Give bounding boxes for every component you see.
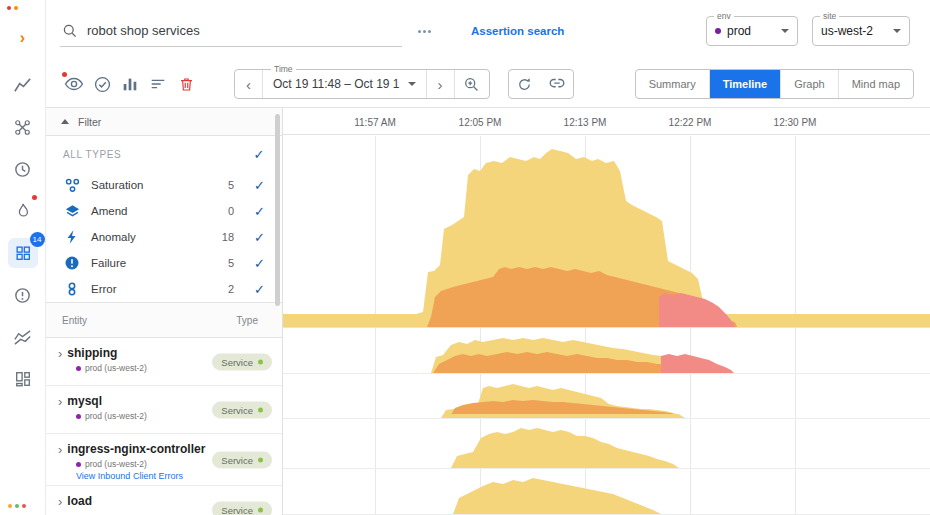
env-color-dot xyxy=(715,28,721,34)
orange-dot xyxy=(14,6,18,10)
watch-eye-button[interactable] xyxy=(60,70,88,98)
tab-graph[interactable]: Graph xyxy=(781,70,839,98)
tab-summary[interactable]: Summary xyxy=(636,70,710,98)
expand-chevron-icon[interactable]: › xyxy=(58,347,62,360)
check-icon[interactable]: ✓ xyxy=(254,204,265,219)
failure-alert-icon xyxy=(63,254,81,272)
entity-row-shipping[interactable]: › shipping prod (us-west-2) Service xyxy=(46,338,282,386)
incidents-flame-icon[interactable] xyxy=(8,196,38,226)
check-icon[interactable]: ✓ xyxy=(254,282,265,297)
time-zoom-button[interactable] xyxy=(455,70,489,98)
sort-button[interactable] xyxy=(144,70,172,98)
slo-clock-icon[interactable] xyxy=(8,154,38,184)
filter-title: Filter xyxy=(78,116,101,128)
entity-chart-shipping[interactable] xyxy=(283,328,930,374)
saturation-icon xyxy=(63,176,81,194)
status-dots xyxy=(8,504,26,508)
env-dot xyxy=(76,462,81,467)
check-icon[interactable]: ✓ xyxy=(254,178,265,193)
expand-chevron-icon[interactable]: › xyxy=(58,443,62,456)
expand-rail-icon[interactable]: › xyxy=(20,30,25,46)
dashboards-icon[interactable] xyxy=(8,364,38,394)
time-forward-button[interactable]: › xyxy=(427,70,455,98)
expand-chevron-icon[interactable]: › xyxy=(58,495,62,508)
env-select[interactable]: env prod xyxy=(706,16,798,46)
filter-item-anomaly[interactable]: Anomaly 18 ✓ xyxy=(46,224,282,250)
chevron-down-icon xyxy=(408,82,416,86)
entity-type-label: Service xyxy=(221,454,253,465)
summary-timeline-chart[interactable] xyxy=(283,135,930,328)
error-chain-icon xyxy=(63,280,81,298)
filter-item-count: 2 xyxy=(228,283,234,295)
filter-item-error[interactable]: Error 2 ✓ xyxy=(46,276,282,302)
filter-collapse-header[interactable]: Filter xyxy=(46,108,282,136)
entity-row-mysql[interactable]: › mysql prod (us-west-2) Service xyxy=(46,386,282,434)
topology-icon[interactable] xyxy=(8,112,38,142)
entity-type-badge: Service xyxy=(212,353,272,370)
all-types-row[interactable]: ALL TYPES ✓ xyxy=(46,136,282,172)
entity-chart-mysql[interactable] xyxy=(283,374,930,420)
entity-row-load[interactable]: › load Service xyxy=(46,486,282,515)
entity-name: ingress-nginx-controller xyxy=(67,442,205,456)
check-icon[interactable]: ✓ xyxy=(254,256,265,271)
entity-name: load xyxy=(67,494,92,508)
search-more-icon[interactable] xyxy=(418,30,431,33)
red-dot xyxy=(7,6,11,10)
time-range-label: Time xyxy=(271,64,296,74)
metrics-icon[interactable] xyxy=(8,70,38,100)
incident-notification-dot xyxy=(32,195,37,200)
left-rail: › 14 xyxy=(0,0,46,515)
refresh-button[interactable] xyxy=(509,70,541,98)
verified-button[interactable] xyxy=(88,70,116,98)
entity-name: shipping xyxy=(67,346,117,360)
time-range-value[interactable]: Oct 19 11:48 – Oct 19 1 xyxy=(263,70,427,98)
chevron-up-icon xyxy=(61,119,69,124)
anomaly-bolt-icon xyxy=(63,228,81,246)
timeline-panel: 11:57 AM12:05 PM12:13 PM12:22 PM12:30 PM xyxy=(283,108,930,515)
view-inbound-client-errors-link[interactable]: View Inbound Client Errors xyxy=(76,471,272,481)
green-dot xyxy=(15,504,19,508)
filter-item-saturation[interactable]: Saturation 5 ✓ xyxy=(46,172,282,198)
site-select[interactable]: site us-west-2 xyxy=(812,16,910,46)
entity-row-ingress-nginx-controller[interactable]: › ingress-nginx-controller prod (us-west… xyxy=(46,434,282,486)
entity-chart-load[interactable] xyxy=(283,469,930,515)
amend-layers-icon xyxy=(63,202,81,220)
workbench-icon[interactable]: 14 xyxy=(8,238,38,268)
check-icon[interactable]: ✓ xyxy=(254,147,266,162)
env-dot xyxy=(76,414,81,419)
assertion-search-link[interactable]: Assertion search xyxy=(471,25,564,37)
filter-item-count: 5 xyxy=(228,257,234,269)
time-back-button[interactable]: ‹ xyxy=(235,70,263,98)
entity-chart-ingress-nginx-controller[interactable] xyxy=(283,419,930,469)
entity-type-badge: Service xyxy=(212,451,272,468)
scrollbar-thumb[interactable] xyxy=(275,114,280,306)
entity-env: prod (us-west-2) xyxy=(85,363,147,373)
tab-mindmap[interactable]: Mind map xyxy=(839,70,913,98)
trends-icon[interactable] xyxy=(8,322,38,352)
filter-panel: Filter ALL TYPES ✓ Saturation 5 ✓ xyxy=(46,108,283,515)
filter-item-amend[interactable]: Amend 0 ✓ xyxy=(46,198,282,224)
share-link-button[interactable] xyxy=(541,70,573,98)
header: robot shop services Assertion search env… xyxy=(46,0,930,108)
tab-timeline[interactable]: Timeline xyxy=(710,70,781,98)
filter-item-failure[interactable]: Failure 5 ✓ xyxy=(46,250,282,276)
alerts-icon[interactable] xyxy=(8,280,38,310)
yellow-dot xyxy=(8,504,12,508)
filter-item-label: Error xyxy=(91,283,117,295)
search-input[interactable]: robot shop services xyxy=(60,16,402,47)
entity-name: mysql xyxy=(67,394,102,408)
expand-chevron-icon[interactable]: › xyxy=(58,395,62,408)
time-range-text: Oct 19 11:48 – Oct 19 1 xyxy=(273,77,400,91)
time-range-control: Time ‹ Oct 19 11:48 – Oct 19 1 › xyxy=(234,69,490,99)
env-select-value: prod xyxy=(727,24,751,38)
site-select-value: us-west-2 xyxy=(821,24,873,38)
entity-type-label: Service xyxy=(221,504,253,515)
entity-column-label: Entity xyxy=(62,315,87,326)
app-window: › 14 xyxy=(0,0,930,515)
utility-buttons xyxy=(508,69,574,99)
workbench-badge: 14 xyxy=(30,232,45,247)
check-icon[interactable]: ✓ xyxy=(254,230,265,245)
entity-list-header: Entity Type xyxy=(46,302,282,338)
bar-chart-button[interactable] xyxy=(116,70,144,98)
delete-button[interactable] xyxy=(172,70,200,98)
